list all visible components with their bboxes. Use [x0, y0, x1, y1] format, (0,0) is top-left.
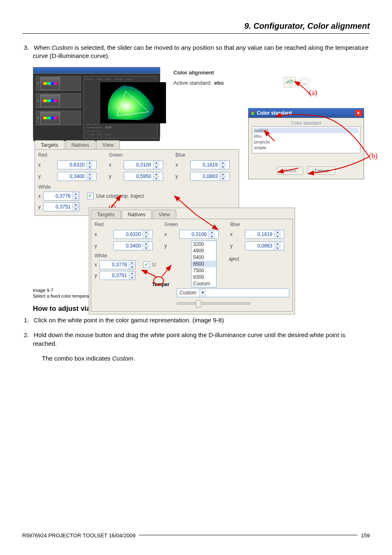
- ct-4900[interactable]: 4900: [191, 247, 216, 254]
- color-gamut-chart[interactable]: ————————————: [83, 76, 157, 139]
- aject-label: aject: [229, 256, 239, 262]
- ct-5400[interactable]: 5400: [191, 254, 216, 261]
- inner-tab-targets[interactable]: Targets: [91, 210, 121, 219]
- ct-9300[interactable]: 9300: [191, 274, 216, 280]
- label-y: y: [38, 173, 56, 179]
- step-3: 3. When Custom is selected, the slider c…: [33, 44, 370, 60]
- white-y-input[interactable]: ▲▼: [43, 202, 79, 211]
- blue-header: Blue: [175, 152, 189, 158]
- tab-targets[interactable]: Targets: [35, 140, 65, 149]
- select-button[interactable]: Select: [277, 166, 304, 175]
- blue-x-input[interactable]: ▲▼: [190, 160, 230, 169]
- svg-rect-1: [303, 83, 306, 85]
- inner-tab-natives[interactable]: Natives: [122, 210, 152, 219]
- use-colortemp-label: Use colortemp. traject: [96, 193, 144, 199]
- close-icon[interactable]: ×: [355, 110, 362, 116]
- n-white-y-input[interactable]: ▲▼: [99, 271, 136, 280]
- open-icon[interactable]: [284, 77, 296, 88]
- gamut-step-2: 2. Hold down the mouse button and drag t…: [33, 331, 370, 348]
- color-standard-label: Color standard: [252, 120, 360, 125]
- n-red-y-input[interactable]: ▲▼: [113, 241, 153, 250]
- active-standard-value: ebu: [214, 80, 224, 86]
- temperature-label: Temper: [152, 282, 169, 287]
- red-header: Red: [38, 152, 56, 158]
- cs-option-ebu[interactable]: ebu: [254, 133, 358, 139]
- callout-a: (a): [309, 88, 317, 97]
- n-blue-x-input[interactable]: ▲▼: [245, 230, 284, 239]
- tab-natives[interactable]: Natives: [65, 140, 95, 149]
- green-x-input[interactable]: ▲▼: [124, 160, 163, 169]
- n-blue-y-input[interactable]: ▲▼: [245, 241, 284, 250]
- blue-y-input[interactable]: ▲▼: [190, 172, 230, 181]
- n-green-x-input[interactable]: ▲▼: [179, 230, 219, 239]
- color-standard-dialog: Color standard × Color standard custom e…: [248, 108, 364, 179]
- color-standard-list[interactable]: custom ebu projecto smpte: [252, 126, 360, 153]
- n-red-x-input[interactable]: ▲▼: [113, 230, 153, 239]
- divider: [22, 33, 370, 34]
- red-y-input[interactable]: ▲▼: [57, 172, 97, 181]
- inner-tab-view[interactable]: View: [152, 210, 176, 219]
- n-white-x-input[interactable]: ▲▼: [99, 260, 136, 269]
- green-y-input[interactable]: ▲▼: [124, 172, 163, 181]
- label-x: x: [38, 162, 56, 168]
- natives-panel-overlay: Targets Natives View Red Green Blue x ▲▼…: [89, 208, 295, 314]
- projector-thumb-1[interactable]: 1: [36, 76, 81, 91]
- cs-option-smpte[interactable]: smpte: [254, 145, 358, 150]
- svg-rect-3: [251, 112, 254, 115]
- tab-view[interactable]: View: [96, 140, 120, 149]
- ct-6500[interactable]: 6500: [191, 261, 216, 267]
- use-colortemp-checkbox[interactable]: ✔: [87, 193, 94, 199]
- step-3-number: 3.: [24, 44, 32, 52]
- chapter-title: 9. Configurator, Color alignment: [22, 21, 370, 31]
- gamut-step-2-follow: The combo box indicates Custom.: [42, 354, 370, 363]
- ct-3200[interactable]: 3200: [191, 241, 216, 247]
- figure-9-7: 1 1 1 ————————————: [33, 67, 345, 285]
- cs-option-projecto[interactable]: projecto: [254, 139, 358, 145]
- color-standard-title: Color standard: [257, 110, 292, 116]
- ct-7500[interactable]: 7500: [191, 267, 216, 274]
- chevron-down-icon[interactable]: ▼: [199, 289, 206, 297]
- gamut-step-1: 1. Click on the white point in the color…: [33, 316, 370, 324]
- colortemp-dropdown-list[interactable]: 3200 4900 5400 6500 7500 9300 Custom: [191, 240, 217, 287]
- slider-thumb[interactable]: [196, 300, 201, 308]
- window-titlebar[interactable]: [33, 67, 160, 73]
- green-header: Green: [109, 152, 123, 158]
- n-use-colortemp-checkbox[interactable]: ✔: [143, 261, 150, 268]
- projector-thumb-3[interactable]: 1: [36, 111, 81, 125]
- footer-page-number: 159: [361, 532, 370, 539]
- targets-panel: Red Green Blue x ▲▼ x ▲▼ x ▲▼ y ▲▼ y ▲▼: [35, 149, 239, 216]
- projector-thumb-2[interactable]: 1: [36, 93, 81, 108]
- page-footer: R5976924 PROJECTOR TOOLSET 16/04/2009 15…: [22, 532, 370, 539]
- temperature-combo[interactable]: Custom ▼: [177, 288, 289, 297]
- active-standard-label: Active standard:: [173, 80, 212, 86]
- footer-left: R5976924 PROJECTOR TOOLSET 16/04/2009: [22, 532, 136, 539]
- red-x-input[interactable]: ▲▼: [57, 160, 97, 169]
- save-icon[interactable]: [298, 77, 311, 88]
- callout-b: (b): [369, 152, 378, 160]
- ct-custom[interactable]: Custom: [191, 280, 216, 287]
- white-header: White: [38, 184, 235, 190]
- color-standard-titlebar[interactable]: Color standard ×: [248, 108, 364, 118]
- temperature-combo-value: Custom: [177, 290, 199, 296]
- cs-option-custom[interactable]: custom: [254, 127, 358, 133]
- color-alignment-title: Color alignment: [173, 69, 224, 76]
- white-x-input[interactable]: ▲▼: [43, 192, 79, 201]
- cancel-button[interactable]: Cancel: [307, 166, 335, 175]
- temperature-slider[interactable]: [177, 300, 251, 307]
